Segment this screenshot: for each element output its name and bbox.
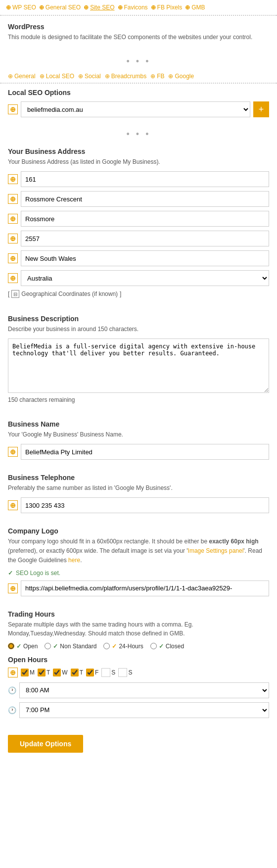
option-24-hours[interactable]: ✓ 24-Hours [103,643,143,650]
logo-url-row: ⊕ [8,580,269,596]
local-seo-section: Local SEO Options ⊕ beliefmedia.com.au + [0,84,277,126]
sub-nav-fb[interactable]: ⊕ FB [150,73,164,80]
open-time-row: 🕐 6:00 AM 7:00 AM 8:00 AM 9:00 AM 10:00 … [8,682,269,698]
street-number-plus[interactable]: ⊕ [8,174,18,184]
business-name-title: Business Name [8,420,269,428]
check-open: ✓ [16,643,21,650]
checkbox-tuesday[interactable] [38,669,46,676]
geo-coord-row[interactable]: [ ⊟ Geographical Coordinates (if known) … [8,290,269,298]
postcode-input[interactable] [21,231,269,246]
day-friday[interactable]: F [86,669,98,676]
plus-icon: ⊕ [105,73,110,80]
open-hours-plus[interactable]: ⊕ [8,668,18,677]
day-monday[interactable]: M [21,669,35,676]
business-name-section: Business Name Your 'Google My Business' … [0,415,277,469]
label-open: Open [23,643,38,650]
dots-separator-1: • • • [0,53,277,70]
business-telephone-section: Business Telephone Preferably the same n… [0,469,277,522]
logo-url-input[interactable] [21,580,269,596]
option-open[interactable]: ✓ Open [8,643,38,650]
country-plus[interactable]: ⊕ [8,273,18,283]
trading-hours-section: Trading Hours Separate multiple days wit… [0,605,277,727]
state-input[interactable] [21,250,269,266]
street-name-input[interactable] [21,191,269,207]
plus-icon: ⊕ [185,4,190,11]
label-closed: Closed [166,643,184,650]
open-time-select[interactable]: 6:00 AM 7:00 AM 8:00 AM 9:00 AM 10:00 AM… [19,682,269,698]
sub-nav-google[interactable]: ⊕ Google [168,73,194,80]
check-non-standard: ✓ [53,643,58,650]
update-options-button[interactable]: Update Options [8,735,83,753]
plus-icon: ⊕ [6,4,11,11]
day-saturday-label: S [111,669,115,676]
nav-item-site-seo[interactable]: ⊕ Site SEO [84,4,114,11]
day-tuesday[interactable]: T [38,669,50,676]
street-number-row: ⊕ [8,171,269,187]
day-wednesday[interactable]: W [53,669,67,676]
day-sunday[interactable]: S [118,668,132,677]
nav-item-general-seo[interactable]: ⊕ General SEO [39,4,81,11]
option-closed[interactable]: ✓ Closed [150,643,184,650]
nav-item-gmb[interactable]: ⊕ GMB [185,4,205,11]
nav-item-favicons[interactable]: ⊕ Favicons [118,4,148,11]
image-settings-link[interactable]: Image Settings panel [188,547,244,554]
day-thursday[interactable]: T [71,669,83,676]
checkbox-saturday-box[interactable] [101,668,110,677]
checkbox-monday[interactable] [21,669,29,676]
site-select[interactable]: beliefmedia.com.au [21,101,250,117]
checkbox-sunday-box[interactable] [118,668,127,677]
wordpress-desc: This module is designed to facilitate th… [8,33,269,42]
logo-url-plus[interactable]: ⊕ [8,583,18,593]
business-name-plus[interactable]: ⊕ [8,447,18,457]
business-description-title: Business Description [8,315,269,323]
geo-expand-icon: ⊟ [11,290,19,298]
radio-non-standard[interactable] [45,643,51,649]
day-saturday[interactable]: S [101,668,115,677]
radio-open[interactable] [8,643,14,649]
plus-icon: ⊕ [118,4,123,11]
checkbox-thursday[interactable] [71,669,79,676]
business-name-input[interactable] [21,444,269,460]
suburb-plus[interactable]: ⊕ [8,214,18,224]
radio-closed[interactable] [150,643,157,649]
state-row: ⊕ [8,250,269,266]
sub-nav-general[interactable]: ⊕ General [8,73,36,80]
suburb-row: ⊕ [8,211,269,227]
street-name-plus[interactable]: ⊕ [8,194,18,204]
business-description-textarea[interactable]: BeliefMedia is a full-service digital ag… [8,338,269,393]
google-guidelines-link[interactable]: here [68,557,80,564]
site-select-plus[interactable]: ⊕ [8,104,18,114]
add-site-button[interactable]: + [253,101,269,117]
sub-nav-local-seo[interactable]: ⊕ Local SEO [40,73,74,80]
nav-item-wp-seo[interactable]: ⊕ WP SEO [6,4,36,11]
street-number-input[interactable] [21,171,269,187]
business-telephone-plus[interactable]: ⊕ [8,500,18,510]
label-non-standard: Non Standard [60,643,96,650]
close-time-select[interactable]: 6:00 AM 7:00 AM 8:00 AM 9:00 AM 10:00 AM… [19,702,269,718]
sub-nav-social[interactable]: ⊕ Social [78,73,101,80]
business-name-desc: Your 'Google My Business' Business Name. [8,430,269,439]
geo-coord-label: Geographical Coordinates (if known) [21,290,118,297]
business-telephone-input[interactable] [21,497,269,513]
clock-icon-open: 🕐 [8,686,16,694]
business-description-section: Business Description Describe your busin… [0,310,277,415]
option-non-standard[interactable]: ✓ Non Standard [45,643,96,650]
nav-item-fb-pixels[interactable]: ⊕ FB Pixels [151,4,183,11]
plus-icon: ⊕ [168,73,173,80]
clock-icon-close: 🕐 [8,706,16,714]
business-name-row: ⊕ [8,444,269,460]
checkbox-wednesday[interactable] [53,669,61,676]
company-logo-desc: Your company logo should fit in a 60x600… [8,537,269,566]
radio-24-hours[interactable] [103,643,110,649]
state-plus[interactable]: ⊕ [8,253,18,263]
suburb-input[interactable] [21,211,269,227]
postcode-plus[interactable]: ⊕ [8,234,18,243]
checkbox-friday[interactable] [86,669,94,676]
day-tuesday-label: T [46,669,50,676]
sub-nav-breadcrumbs[interactable]: ⊕ Breadcrumbs [105,73,146,80]
plus-icon: ⊕ [78,73,83,80]
wordpress-title: WordPress [8,23,269,31]
sub-nav: ⊕ General ⊕ Local SEO ⊕ Social ⊕ Breadcr… [0,70,277,84]
country-select[interactable]: Australia New Zealand United States Unit… [21,270,269,286]
trading-hours-options: ✓ Open ✓ Non Standard ✓ 24-Hours ✓ Close… [8,643,269,650]
